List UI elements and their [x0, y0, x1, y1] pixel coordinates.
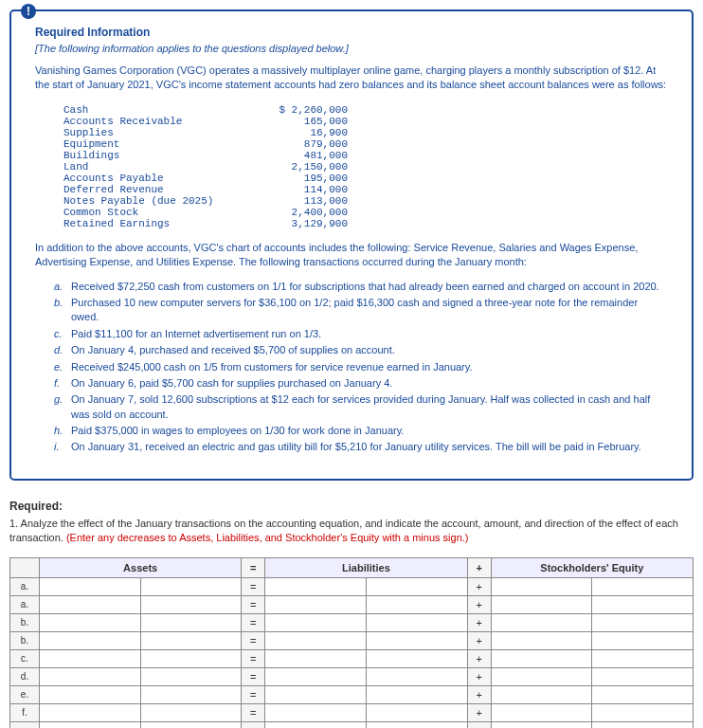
- account-input[interactable]: [267, 670, 366, 682]
- input-cell[interactable]: [592, 577, 694, 595]
- amount-input[interactable]: [143, 724, 242, 728]
- account-input[interactable]: [42, 652, 140, 664]
- input-cell[interactable]: [491, 577, 592, 595]
- account-input[interactable]: [494, 670, 592, 682]
- input-cell[interactable]: [40, 577, 141, 595]
- input-cell[interactable]: [491, 667, 592, 685]
- input-cell[interactable]: [140, 667, 242, 685]
- amount-input[interactable]: [594, 580, 693, 592]
- amount-input[interactable]: [369, 688, 467, 701]
- input-cell[interactable]: [592, 721, 694, 728]
- input-cell[interactable]: [40, 595, 141, 613]
- amount-input[interactable]: [369, 706, 467, 719]
- input-cell[interactable]: [265, 703, 367, 721]
- account-input[interactable]: [494, 688, 592, 701]
- input-cell[interactable]: [140, 685, 242, 703]
- account-input[interactable]: [42, 706, 140, 719]
- input-cell[interactable]: [265, 667, 367, 685]
- amount-input[interactable]: [594, 616, 693, 628]
- input-cell[interactable]: [366, 649, 467, 667]
- input-cell[interactable]: [40, 631, 141, 649]
- account-input[interactable]: [42, 634, 140, 646]
- input-cell[interactable]: [592, 649, 694, 667]
- account-input[interactable]: [42, 616, 140, 628]
- account-input[interactable]: [42, 688, 140, 701]
- amount-input[interactable]: [594, 634, 693, 646]
- account-input[interactable]: [267, 706, 366, 719]
- input-cell[interactable]: [40, 613, 141, 631]
- amount-input[interactable]: [143, 634, 242, 646]
- input-cell[interactable]: [592, 595, 694, 613]
- input-cell[interactable]: [140, 649, 242, 667]
- input-cell[interactable]: [366, 721, 467, 728]
- amount-input[interactable]: [143, 616, 242, 628]
- amount-input[interactable]: [143, 706, 242, 719]
- input-cell[interactable]: [366, 667, 467, 685]
- account-input[interactable]: [494, 634, 592, 646]
- input-cell[interactable]: [265, 721, 367, 728]
- amount-input[interactable]: [594, 598, 693, 610]
- input-cell[interactable]: [366, 631, 467, 649]
- input-cell[interactable]: [140, 703, 242, 721]
- input-cell[interactable]: [40, 685, 141, 703]
- input-cell[interactable]: [40, 721, 141, 728]
- account-input[interactable]: [494, 724, 592, 728]
- input-cell[interactable]: [265, 577, 367, 595]
- input-cell[interactable]: [140, 595, 242, 613]
- input-cell[interactable]: [140, 613, 242, 631]
- input-cell[interactable]: [366, 577, 467, 595]
- input-cell[interactable]: [491, 649, 592, 667]
- amount-input[interactable]: [594, 724, 693, 728]
- amount-input[interactable]: [143, 598, 242, 610]
- account-input[interactable]: [267, 652, 366, 664]
- account-input[interactable]: [267, 598, 366, 610]
- account-input[interactable]: [267, 616, 366, 628]
- amount-input[interactable]: [369, 580, 467, 592]
- input-cell[interactable]: [592, 703, 694, 721]
- input-cell[interactable]: [491, 595, 592, 613]
- input-cell[interactable]: [592, 631, 694, 649]
- amount-input[interactable]: [369, 652, 467, 664]
- input-cell[interactable]: [265, 685, 367, 703]
- input-cell[interactable]: [491, 631, 592, 649]
- input-cell[interactable]: [140, 577, 242, 595]
- amount-input[interactable]: [369, 634, 467, 646]
- account-input[interactable]: [42, 724, 140, 728]
- account-input[interactable]: [267, 634, 366, 646]
- account-input[interactable]: [494, 706, 592, 719]
- input-cell[interactable]: [491, 613, 592, 631]
- account-input[interactable]: [494, 652, 592, 664]
- account-input[interactable]: [42, 598, 140, 610]
- input-cell[interactable]: [366, 685, 467, 703]
- input-cell[interactable]: [265, 613, 367, 631]
- account-input[interactable]: [267, 724, 366, 728]
- amount-input[interactable]: [369, 616, 467, 628]
- account-input[interactable]: [494, 616, 592, 628]
- account-input[interactable]: [267, 688, 366, 701]
- input-cell[interactable]: [366, 703, 467, 721]
- account-input[interactable]: [42, 670, 140, 682]
- amount-input[interactable]: [369, 598, 467, 610]
- account-input[interactable]: [42, 580, 140, 592]
- amount-input[interactable]: [143, 580, 242, 592]
- input-cell[interactable]: [491, 703, 592, 721]
- amount-input[interactable]: [369, 670, 467, 682]
- amount-input[interactable]: [369, 724, 467, 728]
- account-input[interactable]: [267, 580, 366, 592]
- input-cell[interactable]: [366, 595, 467, 613]
- input-cell[interactable]: [265, 595, 367, 613]
- input-cell[interactable]: [265, 631, 367, 649]
- input-cell[interactable]: [592, 667, 694, 685]
- account-input[interactable]: [494, 598, 592, 610]
- account-input[interactable]: [494, 580, 592, 592]
- input-cell[interactable]: [265, 649, 367, 667]
- amount-input[interactable]: [594, 706, 693, 719]
- input-cell[interactable]: [592, 685, 694, 703]
- input-cell[interactable]: [592, 613, 694, 631]
- input-cell[interactable]: [491, 685, 592, 703]
- input-cell[interactable]: [40, 667, 141, 685]
- amount-input[interactable]: [594, 670, 693, 682]
- amount-input[interactable]: [143, 652, 242, 664]
- amount-input[interactable]: [594, 652, 693, 664]
- input-cell[interactable]: [366, 613, 467, 631]
